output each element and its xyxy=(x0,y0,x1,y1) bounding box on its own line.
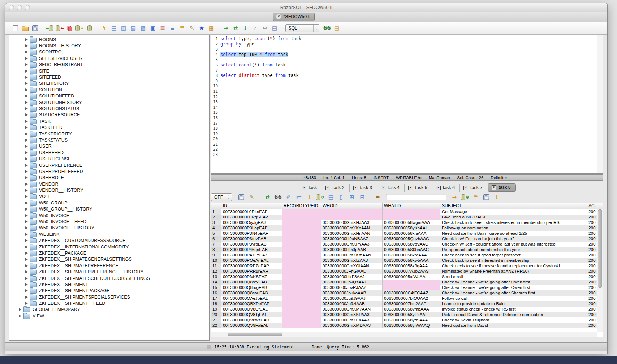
title-bar[interactable]: RazorSQL - SFDCW50 II xyxy=(5,3,607,12)
table-row[interactable]: 1100T3000000PREZaEAP0033000000GmXOiAAN00… xyxy=(211,263,603,269)
tree-item-userlicense[interactable]: USERLICENSE xyxy=(9,156,209,162)
cell-ac[interactable]: 200 xyxy=(587,317,597,323)
disclosure-triangle-icon[interactable] xyxy=(25,139,28,142)
table-row[interactable]: 1400T3000000Q8rexEAB0033000000JbvQzAAJCh… xyxy=(211,280,603,285)
disclosure-triangle-icon[interactable] xyxy=(25,113,28,116)
report-view-icon[interactable]: ▯ xyxy=(336,192,346,202)
cell-recordtypeid[interactable] xyxy=(282,225,321,231)
view-query-66-icon[interactable]: 66 xyxy=(273,192,283,202)
cell-subject[interactable]: Follow up call xyxy=(440,296,587,301)
cell-ac[interactable]: 200 xyxy=(587,301,597,307)
cell-whoid[interactable] xyxy=(321,209,383,214)
result-tab-task-4[interactable]: ✕task 4 xyxy=(377,184,404,192)
cell-ac[interactable]: 200 xyxy=(587,323,597,328)
table-row[interactable]: 600T3000000P3tuvEAB0033000000H9aNBAAZ006… xyxy=(211,236,603,242)
tree-item-solutionhistory[interactable]: SOLUTIONHISTORY xyxy=(9,99,209,105)
cell-whoid[interactable]: 0033000000GmXM7AAN xyxy=(321,307,383,312)
execute-arrow-icon[interactable]: → xyxy=(221,23,231,33)
copy-special-icon[interactable]: ⊟ xyxy=(357,192,367,202)
tree-item-rooms-history[interactable]: ROOMS__HISTORY xyxy=(9,43,209,49)
cell-whatid[interactable] xyxy=(383,285,440,290)
disclosure-triangle-icon[interactable] xyxy=(25,183,28,186)
cell-whoid[interactable]: 0033000000Ju9J9AAJ xyxy=(321,296,383,301)
tab-close-icon[interactable]: ✕ xyxy=(276,14,281,19)
cell-whatid[interactable] xyxy=(383,214,440,220)
disclosure-triangle-icon[interactable] xyxy=(25,189,28,192)
cell-id[interactable]: 00T3000000L0RknEAF xyxy=(221,209,282,214)
cell-recordtypeid[interactable] xyxy=(282,252,321,258)
disclosure-triangle-icon[interactable] xyxy=(25,270,28,273)
cell-id[interactable]: 00T3000000QV8CfEAL xyxy=(221,307,282,312)
table-row[interactable]: 300T3000000OiyJgEAJ0033000000GmXHJAA3006… xyxy=(211,220,603,225)
disclosure-triangle-icon[interactable] xyxy=(25,157,28,160)
code-line[interactable]: select count(*) from task xyxy=(220,62,286,68)
table-row[interactable]: 2100T3000000QV8wsEAD0033000000GmXLXAA300… xyxy=(211,317,603,323)
tree-item-user[interactable]: USER xyxy=(9,143,209,150)
tree-item-zkfedex-shipmatepreference-history[interactable]: ZKFEDEX__SHIPMATEPREFERENCE__HISTORY xyxy=(9,269,209,275)
cell-ac[interactable]: 200 xyxy=(587,312,597,317)
cell-ac[interactable]: 200 xyxy=(587,285,597,290)
disclosure-triangle-icon[interactable] xyxy=(25,63,28,66)
cell-whoid[interactable] xyxy=(321,214,383,220)
database-book-icon[interactable]: ▣ xyxy=(148,23,158,33)
disclosure-triangle-icon[interactable] xyxy=(25,145,28,148)
disclosure-triangle-icon[interactable] xyxy=(25,133,28,135)
cell-whoid[interactable]: 0033000000JbvRJAAZ xyxy=(321,285,383,290)
tab-close-icon[interactable]: ✕ xyxy=(381,186,385,190)
cell-id[interactable]: 00T3000000P47LYEAZ xyxy=(221,252,282,258)
table-row[interactable]: 900T3000000P47LYEAZ0033000000GmXKmAAN006… xyxy=(211,252,603,258)
cell-id[interactable]: 00T3000000Q8rexEAB xyxy=(221,280,282,285)
table-row[interactable]: 500T3000000P3N4pEAF0033000000GmXHnAAN006… xyxy=(211,231,603,236)
tree-item-vendor[interactable]: VENDOR xyxy=(9,181,209,187)
disclosure-triangle-icon[interactable] xyxy=(25,264,28,267)
cell-whoid[interactable]: 0033000000GmXHnAAN xyxy=(321,231,383,236)
cell-ac[interactable]: 200 xyxy=(587,214,597,220)
new-file-icon[interactable] xyxy=(10,23,20,33)
next-result-icon[interactable]: → xyxy=(449,192,459,202)
cell-whatid[interactable]: 0013000000C4fFCAAZ xyxy=(383,290,440,296)
cell-ac[interactable]: 200 xyxy=(587,274,597,280)
cell-whoid[interactable]: 0033000000H9i0pAAB xyxy=(321,247,383,252)
cell-whoid[interactable]: 0033000000JFhGlAAL xyxy=(321,269,383,274)
cell-recordtypeid[interactable] xyxy=(282,258,321,263)
edit-query-icon[interactable]: ✐ xyxy=(284,192,293,202)
disclosure-triangle-icon[interactable] xyxy=(25,226,28,229)
cell-ac[interactable]: 200 xyxy=(587,209,597,214)
result-tab-task-2[interactable]: ✕task 2 xyxy=(322,184,349,192)
horizontal-scrollbar[interactable] xyxy=(211,332,597,337)
table-row[interactable]: 1800T3000000QBXPeEAP0033000000Ju9zlAAB00… xyxy=(211,301,603,307)
row-limit-dropdown[interactable]: OFF▲▼ xyxy=(211,193,232,201)
cell-whoid[interactable]: 0033000000GmXKPAA3 xyxy=(321,312,383,317)
disclosure-triangle-icon[interactable] xyxy=(25,208,28,211)
cell-id[interactable]: 00T3000000QBXPeEAP xyxy=(221,301,282,307)
cell-subject[interactable]: Get Massage xyxy=(440,209,587,214)
cell-subject[interactable]: Follow-up on nomination xyxy=(440,225,587,231)
table-row[interactable]: 2200T3000000QV9FaEAL0033000000GmXMDAA300… xyxy=(211,323,603,328)
cell-id[interactable]: 00T3000000Q8sauEAB xyxy=(221,290,282,296)
tree-item-userrole[interactable]: USERROLE xyxy=(9,175,209,181)
cell-ac[interactable]: 200 xyxy=(587,290,597,296)
preview-66-icon[interactable]: 66 xyxy=(322,23,332,33)
tree-item-taskstatus[interactable]: TASKSTATUS xyxy=(9,137,209,143)
cell-id[interactable]: 00T3000000PfvKSEAZ xyxy=(221,274,282,280)
cell-recordtypeid[interactable] xyxy=(282,274,321,280)
disclosure-triangle-icon[interactable] xyxy=(25,277,28,280)
result-tab-task-8[interactable]: ✕task 8 xyxy=(488,183,515,192)
tab-close-icon[interactable]: ✕ xyxy=(492,185,496,190)
cell-whoid[interactable]: 0033000000GmXHJAA3 xyxy=(321,220,383,225)
form-view-icon[interactable]: ▤ xyxy=(326,192,336,202)
cell-whatid[interactable]: 006300000058xrqAAA xyxy=(383,252,440,258)
result-tab-task[interactable]: ✕task xyxy=(298,184,322,192)
disclosure-triangle-icon[interactable] xyxy=(25,220,28,223)
tree-item-vendor-history[interactable]: VENDOR__HISTORY xyxy=(9,187,209,193)
edit-notes-icon[interactable]: ≝ xyxy=(471,192,480,202)
cell-recordtypeid[interactable] xyxy=(282,269,321,274)
cell-whoid[interactable]: 0033000000GmXPYAA3 xyxy=(321,242,383,247)
tree-item-view[interactable]: VIEW xyxy=(9,313,209,319)
code-line[interactable]: select top 100 * from task xyxy=(220,52,288,57)
sql-mode-dropdown[interactable]: SQL▲▼ xyxy=(285,24,319,32)
cell-ac[interactable]: 200 xyxy=(587,236,597,242)
save-grid-icon[interactable] xyxy=(481,192,491,202)
tab-close-icon[interactable]: ✕ xyxy=(436,186,441,190)
disclosure-triangle-icon[interactable] xyxy=(25,289,28,292)
